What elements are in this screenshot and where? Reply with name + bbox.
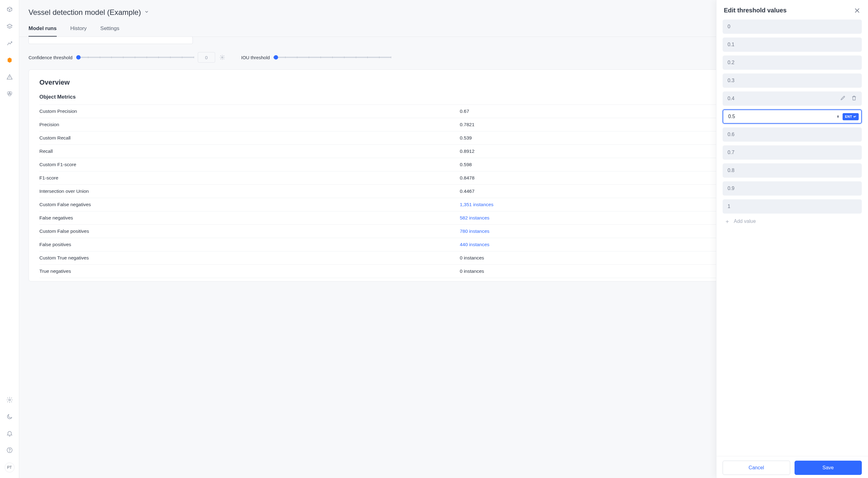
metric-label: Recall <box>39 145 460 158</box>
threshold-value-row[interactable]: ▲▼ENT↵ <box>723 109 862 124</box>
threshold-value-row[interactable]: 0.9 <box>723 181 862 196</box>
project-title: Vessel detection model (Example) <box>29 8 141 17</box>
threshold-value-text: 0.9 <box>727 186 734 191</box>
threshold-value-text: 0.8 <box>727 168 734 173</box>
threshold-value-text: 0.3 <box>727 78 734 84</box>
chevron-down-icon <box>144 9 149 15</box>
nav-chart-icon[interactable] <box>5 39 14 48</box>
threshold-value-text: 0.7 <box>727 150 734 155</box>
edit-threshold-panel: Edit threshold values 00.10.20.30.4 ▲▼EN… <box>716 0 868 478</box>
confidence-threshold-slider[interactable] <box>76 57 194 58</box>
metric-label: Intersection over Union <box>39 185 460 198</box>
plus-icon: ＋ <box>724 219 730 224</box>
threshold-value-row[interactable]: 0.4 <box>723 91 862 106</box>
metric-link[interactable]: 440 instances <box>460 242 490 247</box>
threshold-value-text: 0 <box>727 24 731 29</box>
threshold-value-row[interactable]: 0.8 <box>723 163 862 178</box>
metric-label: Custom False positives <box>39 225 460 238</box>
nav-layers-icon[interactable] <box>5 22 14 31</box>
threshold-values-list: 00.10.20.30.4 ▲▼ENT↵0.60.70.80.91＋Add va… <box>716 20 868 456</box>
threshold-value-row[interactable]: 0.6 <box>723 127 862 142</box>
theme-moon-icon[interactable] <box>5 412 14 421</box>
threshold-value-row[interactable]: 0.7 <box>723 146 862 160</box>
threshold-value-text: 0.6 <box>727 132 734 137</box>
metric-link[interactable]: 780 instances <box>460 228 490 234</box>
nav-venn-icon[interactable] <box>5 89 14 98</box>
metric-label: Precision <box>39 118 460 131</box>
metric-label: Custom F1-score <box>39 158 460 171</box>
nav-active-icon[interactable] <box>5 56 14 64</box>
logo-icon[interactable] <box>5 6 14 14</box>
threshold-value-row[interactable]: 0 <box>723 20 862 34</box>
iou-threshold-label: IOU threshold <box>241 55 270 60</box>
confidence-threshold-label: Confidence threshold <box>29 55 72 60</box>
confidence-threshold-value[interactable]: 0 <box>198 52 215 63</box>
metric-label: Custom True negatives <box>39 251 460 265</box>
metric-link[interactable]: 1,351 instances <box>460 202 494 207</box>
search-input[interactable] <box>29 37 193 44</box>
metric-label: False positives <box>39 238 460 251</box>
threshold-value-text: 0.4 <box>727 96 734 101</box>
threshold-value-row[interactable]: 1 <box>723 199 862 214</box>
svg-point-7 <box>222 57 223 58</box>
metric-label: False negatives <box>39 212 460 225</box>
notifications-icon[interactable] <box>5 429 14 438</box>
cancel-button[interactable]: Cancel <box>723 460 790 475</box>
user-avatar[interactable]: PT <box>5 463 14 472</box>
help-icon[interactable] <box>5 446 14 454</box>
nav-warning-icon[interactable] <box>5 72 14 81</box>
save-button[interactable]: Save <box>795 460 862 475</box>
close-icon[interactable] <box>854 7 861 14</box>
confidence-threshold-settings-button[interactable] <box>219 54 226 61</box>
threshold-value-text: 1 <box>727 204 731 209</box>
enter-key-hint[interactable]: ENT↵ <box>843 113 859 120</box>
tab-settings[interactable]: Settings <box>100 25 119 37</box>
metric-link[interactable]: 582 instances <box>460 215 490 220</box>
iou-threshold-slider[interactable] <box>273 57 391 58</box>
stepper-icon[interactable]: ▲▼ <box>837 115 839 119</box>
svg-point-4 <box>9 399 10 401</box>
threshold-value-text: 0.1 <box>727 42 734 47</box>
tab-model-runs[interactable]: Model runs <box>29 25 57 37</box>
panel-title: Edit threshold values <box>724 7 786 14</box>
delete-icon[interactable] <box>851 95 857 102</box>
svg-point-6 <box>9 451 10 452</box>
edit-icon[interactable] <box>840 95 846 102</box>
threshold-value-row[interactable]: 0.2 <box>723 56 862 70</box>
threshold-value-text: 0.2 <box>727 60 734 65</box>
metric-label: Custom False negatives <box>39 198 460 212</box>
metric-label: Custom Recall <box>39 131 460 145</box>
settings-icon[interactable] <box>5 395 14 404</box>
metric-label: Custom Precision <box>39 105 460 118</box>
threshold-value-row[interactable]: 0.3 <box>723 73 862 88</box>
metric-label: F1-score <box>39 171 460 185</box>
sidebar: PT <box>0 0 19 478</box>
threshold-value-row[interactable]: 0.1 <box>723 37 862 52</box>
tab-history[interactable]: History <box>70 25 87 37</box>
metric-label: True negatives <box>39 265 460 278</box>
threshold-value-input[interactable] <box>728 114 837 119</box>
add-value-button[interactable]: ＋Add value <box>723 217 862 230</box>
